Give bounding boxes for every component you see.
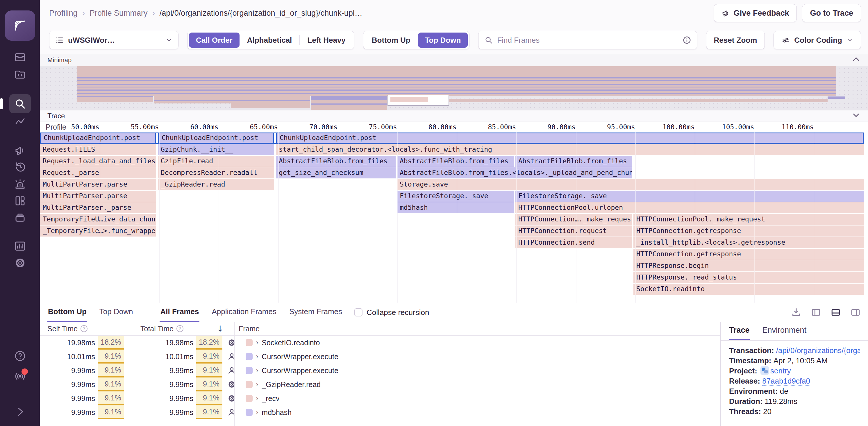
flame-frame[interactable]: _TemporaryFile…>.func_wrapper: [40, 226, 156, 236]
flame-frame[interactable]: HTTPConnection.getresponse: [633, 249, 864, 260]
expand-chevron-icon[interactable]: ›: [256, 381, 258, 388]
flame-frame[interactable]: MultiPartParser._parse: [40, 202, 156, 213]
go-to-trace-button[interactable]: Go to Trace: [802, 4, 861, 22]
flame-frame[interactable]: md5hash: [397, 202, 514, 213]
tab-top-down[interactable]: Top Down: [99, 302, 134, 322]
trace-header[interactable]: Trace: [40, 110, 868, 122]
tab-system-frames[interactable]: System Frames: [289, 302, 343, 322]
flame-frame[interactable]: AbstractFileBlob.from_files: [397, 156, 514, 167]
direction-option-bottom-up[interactable]: Bottom Up: [365, 33, 417, 48]
sidebar-item-settings[interactable]: [10, 255, 30, 271]
collapse-recursion-checkbox[interactable]: [354, 308, 363, 317]
flame-frame[interactable]: DecompressReader.readall: [158, 167, 274, 178]
expand-chevron-icon[interactable]: ›: [256, 395, 258, 402]
sort-option-left-heavy[interactable]: Left Heavy: [300, 33, 352, 48]
info-icon[interactable]: [683, 36, 691, 44]
give-feedback-button[interactable]: Give Feedback: [714, 4, 797, 22]
minimap-canvas[interactable]: [40, 66, 868, 110]
sidebar-item-releases[interactable]: [10, 209, 30, 226]
flame-frame[interactable]: HTTPConnectionPool._make_request: [633, 214, 864, 225]
column-divider[interactable]: [136, 322, 136, 426]
flame-frame[interactable]: HTTPConnection…._make_request: [516, 214, 632, 225]
flame-frame[interactable]: Request.FILES: [40, 144, 156, 155]
sidebar-collapse-button[interactable]: [10, 403, 30, 420]
flame-frame[interactable]: Storage.save: [397, 179, 864, 190]
collapse-minimap-button[interactable]: [852, 55, 861, 65]
thread-selector[interactable]: uWSGIWor…: [49, 31, 179, 50]
sentry-logo[interactable]: [5, 10, 35, 41]
flame-frame[interactable]: AbstractFileBlob.from_files: [276, 156, 396, 167]
layout-right-icon[interactable]: [850, 307, 861, 317]
flame-frame[interactable]: HTTPConnection.getresponse: [633, 226, 864, 236]
flame-frame[interactable]: HTTPResponse.begin: [633, 260, 864, 271]
find-frames-search[interactable]: Find Frames: [478, 31, 697, 50]
help-tooltip-icon[interactable]: ?: [81, 325, 88, 332]
reset-zoom-button[interactable]: Reset Zoom: [706, 31, 765, 50]
flame-frame[interactable]: GzipFile.read: [158, 156, 274, 167]
sidebar-item-stats[interactable]: [10, 238, 30, 255]
flame-frame[interactable]: Request._load_data_and_files: [40, 156, 156, 167]
expand-chevron-icon[interactable]: ›: [256, 339, 258, 347]
info-field-value[interactable]: /api/0/organizations/{organ…: [776, 346, 860, 355]
flame-frame[interactable]: HTTPConnectionPool.urlopen: [516, 202, 864, 213]
table-row[interactable]: 9.99ms9.1%9.99ms9.1%›CursorWrapper.execu…: [40, 363, 720, 378]
flame-frame[interactable]: FilestoreStorage._save: [397, 191, 514, 202]
total-time-header[interactable]: Total Time ? ↓: [136, 324, 234, 334]
sidebar-item-search[interactable]: [9, 94, 31, 113]
sidebar-item-whats-new[interactable]: [10, 368, 30, 385]
table-row[interactable]: 9.99ms9.1%9.99ms9.1%›md5hash: [40, 405, 720, 419]
flamegraph-canvas[interactable]: ChunkUploadEndpoint.postChunkUploadEndpo…: [40, 132, 868, 303]
direction-option-top-down[interactable]: Top Down: [418, 33, 468, 48]
flame-frame[interactable]: start_child_span_decorator.<locals>.func…: [276, 144, 864, 155]
flame-frame[interactable]: FilestoreStorage._save: [516, 191, 864, 202]
flame-frame[interactable]: MultiPartParser.parse: [40, 191, 156, 202]
self-time-header[interactable]: Self Time ?: [40, 325, 136, 333]
flame-frame[interactable]: HTTPConnection.request: [516, 226, 632, 236]
sidebar-item-feedback[interactable]: [10, 142, 30, 159]
table-row[interactable]: 19.98ms18.2%19.98ms18.2%›SocketIO.readin…: [40, 336, 720, 350]
info-field-value[interactable]: 87aab1d9cfa0: [762, 376, 810, 386]
table-row[interactable]: 9.99ms9.1%9.99ms9.1%›_GzipReader.read: [40, 378, 720, 391]
expand-chevron-icon[interactable]: ›: [256, 353, 258, 360]
breadcrumb-profiling[interactable]: Profiling: [49, 9, 78, 18]
sort-option-alphabetical[interactable]: Alphabetical: [240, 33, 299, 48]
breadcrumb-profile-summary[interactable]: Profile Summary: [90, 9, 148, 18]
tab-application-frames[interactable]: Application Frames: [211, 302, 277, 322]
flame-frame[interactable]: HTTPResponse._read_status: [633, 272, 864, 283]
color-coding-button[interactable]: Color Coding: [774, 31, 861, 50]
flame-frame[interactable]: ChunkUploadEndpoint.post: [158, 132, 274, 143]
sidebar-item-insights[interactable]: [10, 113, 30, 130]
tab-trace[interactable]: Trace: [729, 326, 750, 340]
flame-frame[interactable]: AbstractFileBlob.from_files.<locals>._up…: [397, 167, 632, 178]
flame-frame[interactable]: HTTPConnection.send: [516, 237, 632, 248]
frame-header[interactable]: Frame: [234, 325, 259, 333]
help-tooltip-icon[interactable]: ?: [177, 325, 183, 332]
flame-frame[interactable]: ChunkUploadEndpoint.post: [40, 132, 156, 143]
sidebar-item-explore[interactable]: [10, 66, 30, 83]
download-icon[interactable]: [791, 307, 801, 317]
column-divider[interactable]: [234, 322, 235, 426]
flame-frame[interactable]: SocketIO.readinto: [633, 284, 864, 295]
tab-all-frames[interactable]: All Frames: [160, 302, 199, 322]
minimap-header[interactable]: Minimap: [40, 54, 868, 66]
sort-option-call-order[interactable]: Call Order: [189, 33, 240, 48]
layout-bottom-icon[interactable]: [831, 307, 841, 317]
sidebar-item-issues[interactable]: [10, 49, 30, 66]
flame-frame[interactable]: get_size_and_checksum: [276, 167, 396, 178]
sidebar-item-dashboards[interactable]: [10, 192, 30, 209]
flame-frame[interactable]: MultiPartParser.parse: [40, 179, 156, 190]
collapse-trace-button[interactable]: [852, 111, 861, 121]
flame-frame[interactable]: AbstractFileBlob.from_files: [516, 156, 632, 167]
tab-bottom-up[interactable]: Bottom Up: [48, 302, 87, 322]
info-field-value[interactable]: sentry: [770, 366, 791, 375]
flame-frame[interactable]: GzipChunk.__init__: [158, 144, 274, 155]
tab-environment[interactable]: Environment: [763, 326, 807, 340]
expand-chevron-icon[interactable]: ›: [256, 367, 258, 374]
flame-frame[interactable]: _GzipReader.read: [158, 179, 274, 190]
flame-frame[interactable]: _install_httplib.<locals>.getresponse: [633, 237, 864, 248]
flame-frame[interactable]: Request._parse: [40, 167, 156, 178]
minimap-viewport[interactable]: [388, 95, 449, 106]
flame-frame[interactable]: ChunkUploadEndpoint.post: [276, 132, 864, 143]
sidebar-item-replays[interactable]: [10, 159, 30, 175]
table-row[interactable]: 10.01ms9.1%10.01ms9.1%›CursorWrapper.exe…: [40, 350, 720, 363]
